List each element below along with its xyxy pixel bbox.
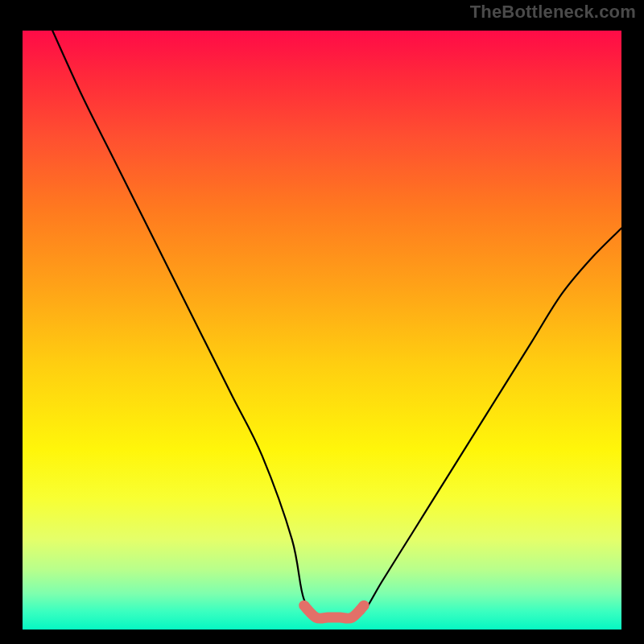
chart-frame [11, 19, 633, 641]
highlight-band-path [304, 605, 364, 618]
chart-svg [23, 31, 621, 630]
chart-plot-area [23, 31, 621, 630]
bottleneck-curve-path [52, 31, 621, 619]
